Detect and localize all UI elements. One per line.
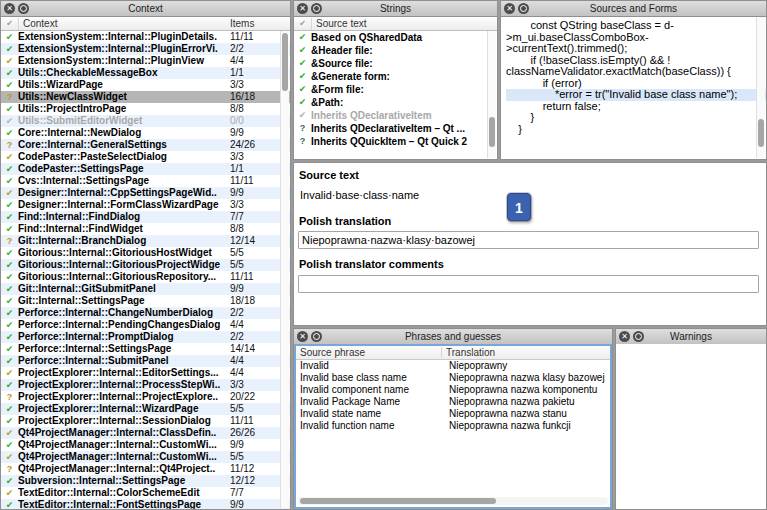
context-row[interactable]: ✔Qt4ProjectManager::Internal::ClassDefin… [1,427,290,439]
string-row[interactable]: ?Inherits QQuickItem – Qt Quick 2 [294,135,497,148]
context-row[interactable]: ?Core::Internal::GeneralSettings24/26 [1,139,290,151]
string-row[interactable]: ✔&Header file: [294,44,497,57]
phrase-row[interactable]: Invalid Package NameNiepoprawna nazwa pa… [296,396,610,408]
context-row[interactable]: ✔Utils::CheckableMessageBox1/1 [1,67,290,79]
string-row[interactable]: ?Inherits QDeclarativeItem – Qt ... [294,122,497,135]
context-row[interactable]: ✔Perforce::Internal::PromptDialog2/2 [1,331,290,343]
phrase-row[interactable]: Invalid state nameNiepoprawna nazwa stan… [296,408,610,420]
obsolete-check-icon: ✔ [294,109,311,122]
phrase-row[interactable]: Invalid base class nameNiepoprawna nazwa… [296,372,610,384]
context-row[interactable]: ✔Gitorious::Internal::GitoriousProjectWi… [1,259,290,271]
context-row[interactable]: ✔Cvs::Internal::SettingsPage11/11 [1,175,290,187]
float-panel-icon[interactable] [311,331,322,342]
translator-comments-input[interactable] [298,275,759,293]
context-row[interactable]: ✔ExtensionSystem::Internal::PluginView4/… [1,55,290,67]
phrase-translation: Niepoprawna nazwa stanu [445,408,610,420]
annotation-badge-1: 1 [507,193,531,221]
context-name: Git::Internal::SettingsPage [18,295,230,307]
code-line: } [506,124,756,136]
source-text-column-label[interactable]: Source text [312,18,497,29]
context-row[interactable]: ✔ProjectExplorer::Internal::EditorSettin… [1,367,290,379]
phrase-row[interactable]: Invalid function nameNiepoprawna nazwa f… [296,420,610,432]
items-column-label[interactable]: Items [226,18,290,29]
context-row[interactable]: ✔Perforce::Internal::ChangeNumberDialog2… [1,307,290,319]
context-row[interactable]: ✔Designer::Internal::FormClassWizardPage… [1,199,290,211]
context-name: ExtensionSystem::Internal::PluginErrorVi… [18,43,230,55]
float-panel-icon[interactable] [633,331,644,342]
context-row[interactable]: ✔ProjectExplorer::Internal::WizardPage5/… [1,403,290,415]
close-icon[interactable]: ✕ [619,331,630,342]
float-panel-icon[interactable] [518,3,529,14]
string-row[interactable]: ✔&Form file: [294,83,497,96]
context-row[interactable]: ✔Designer::Internal::CppSettingsPageWid.… [1,187,290,199]
context-row[interactable]: ?Utils::NewClassWidget16/18 [1,91,290,103]
phrase-row[interactable]: Invalid component nameNiepoprawna nazwa … [296,384,610,396]
phrase-translation: Niepoprawna nazwa pakietu [445,396,610,408]
context-row[interactable]: ✔Qt4ProjectManager::Internal::CustomWi..… [1,439,290,451]
context-row[interactable]: ✔Perforce::Internal::SubmitPanel4/4 [1,355,290,367]
context-row[interactable]: ✔Utils::SubmitEditorWidget0/0 [1,115,290,127]
context-row[interactable]: ✔ProjectExplorer::Internal::SessionDialo… [1,415,290,427]
context-scrollbar-thumb[interactable] [282,33,288,91]
context-row[interactable]: ✔Utils::WizardPage3/3 [1,79,290,91]
context-row[interactable]: ✔TextEditor::Internal::ColorSchemeEdit7/… [1,487,290,499]
context-row[interactable]: ?ProjectExplorer::Internal::ProjectExplo… [1,391,290,403]
context-name: ProjectExplorer::Internal::SessionDialog [18,415,230,427]
float-panel-icon[interactable] [18,3,29,14]
untranslated-question-icon: ? [1,139,18,151]
context-row[interactable]: ✔Gitorious::Internal::GitoriousRepositor… [1,271,290,283]
phrase-row[interactable]: InvalidNiepoprawny [296,360,610,372]
close-icon[interactable]: ✕ [297,331,308,342]
close-icon[interactable]: ✕ [504,3,515,14]
phrase-source: Invalid [296,360,445,372]
phrases-panel: ✕ Phrases and guesses Source phrase Tran… [293,328,613,510]
translation-column-label[interactable]: Translation [442,347,610,358]
string-row[interactable]: ✔Based on QSharedData [294,31,497,44]
context-row[interactable]: ✔ExtensionSystem::Internal::PluginErrorV… [1,43,290,55]
context-row[interactable]: ✔ProjectExplorer::Internal::ProcessStepW… [1,379,290,391]
context-row[interactable]: ✔CodePaster::SettingsPage1/1 [1,163,290,175]
close-icon[interactable]: ✕ [4,3,15,14]
float-panel-icon[interactable] [311,3,322,14]
translated-check-icon: ✔ [1,43,18,55]
string-row[interactable]: ✔&Source file: [294,57,497,70]
context-row[interactable]: ✔Perforce::Internal::PendingChangesDialo… [1,319,290,331]
sources-scrollbar[interactable] [756,17,765,158]
context-row[interactable]: ✔Gitorious::Internal::GitoriousHostWidge… [1,247,290,259]
close-icon[interactable]: ✕ [297,3,308,14]
context-row[interactable]: ✔ExtensionSystem::Internal::PluginDetail… [1,31,290,43]
context-name: Perforce::Internal::PendingChangesDialog [18,319,230,331]
context-row[interactable]: ✔Git::Internal::GitSubmitPanel9/9 [1,283,290,295]
string-row[interactable]: ✔Inherits QDeclarativeItem [294,109,497,122]
unaccepted-check-icon: ✔ [1,451,18,463]
context-row[interactable]: ✔Find::Internal::FindWidget8/8 [1,223,290,235]
translated-check-icon: ✔ [1,283,18,295]
context-row[interactable]: ✔Core::Internal::NewDialog9/9 [1,127,290,139]
context-name: Designer::Internal::CppSettingsPageWid.. [18,187,230,199]
strings-scrollbar[interactable] [487,31,496,158]
context-row[interactable]: ✔Subversion::Internal::SettingsPage12/12 [1,475,290,487]
unaccepted-check-icon: ✔ [1,487,18,499]
strings-scrollbar-thumb[interactable] [489,117,495,147]
string-row[interactable]: ✔&Generate form: [294,70,497,83]
context-scrollbar[interactable] [280,31,289,508]
context-row[interactable]: ?Qt4ProjectManager::Internal::Qt4Project… [1,463,290,475]
context-row[interactable]: ✔TextEditor::Internal::FontSettingsPage9… [1,499,290,510]
phrases-hscrollbar[interactable] [298,497,608,505]
context-column-label[interactable]: Context [19,18,226,29]
phrase-source: Invalid function name [296,420,445,432]
string-row[interactable]: ✔&Path: [294,96,497,109]
context-name: Cvs::Internal::SettingsPage [18,175,230,187]
context-row[interactable]: ✔CodePaster::PasteSelectDialog3/3 [1,151,290,163]
context-row[interactable]: ?Git::Internal::BranchDialog12/14 [1,235,290,247]
context-row[interactable]: ✔Find::Internal::FindDialog7/7 [1,211,290,223]
done-column-icon: ✔ [1,18,19,30]
context-row[interactable]: ✔Perforce::Internal::SettingsPage14/14 [1,343,290,355]
phrases-hscrollbar-thumb[interactable] [300,498,496,504]
context-row[interactable]: ✔Utils::ProjectIntroPage8/8 [1,103,290,115]
context-row[interactable]: ✔Git::Internal::SettingsPage18/18 [1,295,290,307]
translation-input[interactable] [298,231,759,249]
context-row[interactable]: ✔Qt4ProjectManager::Internal::CustomWi..… [1,451,290,463]
sources-scrollbar-thumb[interactable] [758,119,764,147]
source-phrase-column-label[interactable]: Source phrase [296,347,442,358]
